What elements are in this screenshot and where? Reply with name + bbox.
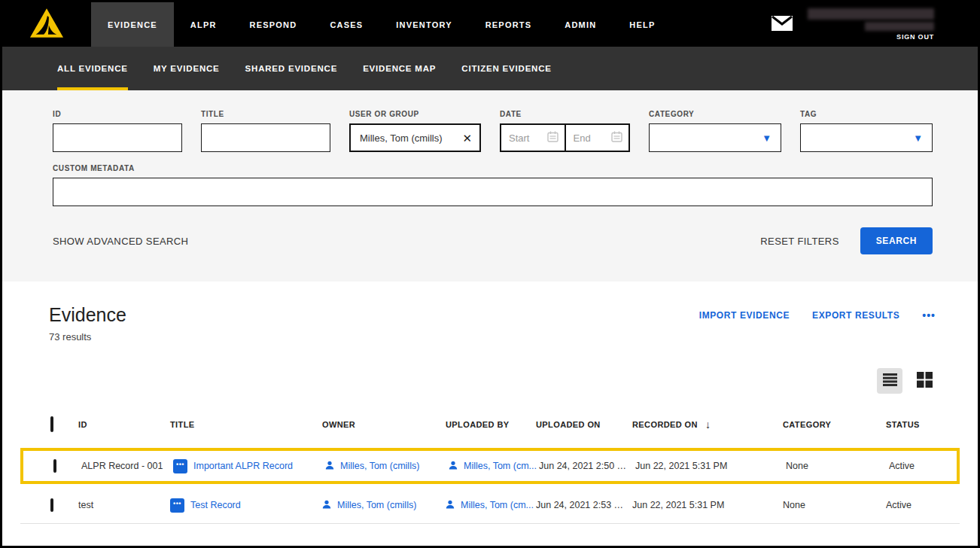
date-label: DATE — [500, 110, 630, 118]
import-evidence-link[interactable]: IMPORT EVIDENCE — [699, 310, 790, 321]
evidence-table: ID TITLE OWNER UPLOADED BY UPLOADED ON R… — [20, 412, 960, 524]
nav-item-cases[interactable]: CASES — [313, 2, 379, 47]
uploaded-by-link[interactable]: Milles, Tom (cm... — [464, 461, 537, 471]
title-label: TITLE — [201, 110, 330, 118]
person-icon — [449, 461, 458, 472]
nav-item-admin[interactable]: ADMIN — [548, 2, 613, 47]
search-button[interactable]: SEARCH — [860, 227, 933, 254]
cell-uploaded-by-link[interactable]: Milles, Tom (cm... — [446, 500, 536, 511]
list-view-icon — [883, 373, 897, 389]
user-or-group-value: Milles, Tom (cmills) — [360, 132, 443, 144]
user-or-group-input[interactable]: Milles, Tom (cmills) ✕ — [349, 123, 481, 152]
column-header-id[interactable]: ID — [78, 420, 170, 429]
cell-recorded-on: Jun 22, 2021 5:31 PM — [635, 461, 786, 471]
filter-field-user-or-group: USER OR GROUP Milles, Tom (cmills) ✕ — [349, 110, 481, 152]
nav-item-evidence[interactable]: EVIDENCE — [91, 2, 174, 47]
filter-field-tag: TAG ▼ — [800, 110, 933, 152]
result-count: 73 results — [49, 331, 126, 342]
evidence-title-link[interactable]: Test Record — [190, 500, 241, 510]
app-logo[interactable] — [2, 2, 91, 47]
nav-item-label: RESPOND — [250, 20, 297, 29]
cell-category: None — [783, 500, 886, 510]
column-header-owner[interactable]: OWNER — [322, 420, 446, 429]
nav-item-label: ADMIN — [565, 20, 596, 29]
tag-dropdown[interactable]: ▼ — [800, 123, 933, 152]
export-results-link[interactable]: EXPORT RESULTS — [812, 310, 899, 321]
table-header-row: ID TITLE OWNER UPLOADED BY UPLOADED ON R… — [20, 412, 960, 437]
date-start-input[interactable]: Start — [501, 125, 565, 151]
nav-item-label: EVIDENCE — [108, 20, 157, 29]
clear-user-filter-icon[interactable]: ✕ — [462, 132, 472, 144]
cell-status: Active — [889, 461, 957, 471]
chevron-down-icon: ▼ — [762, 133, 772, 143]
column-header-category[interactable]: CATEGORY — [783, 420, 886, 429]
subnav-item-label: ALL EVIDENCE — [57, 64, 128, 73]
envelope-icon — [772, 16, 793, 34]
user-or-group-label: USER OR GROUP — [349, 110, 481, 118]
evidence-sub-navigation: ALL EVIDENCE MY EVIDENCE SHARED EVIDENCE… — [2, 47, 978, 90]
filter-field-date: DATE Start End — [500, 110, 630, 152]
evidence-title-link[interactable]: Important ALPR Record — [193, 461, 293, 471]
category-label: CATEGORY — [649, 110, 781, 118]
nav-item-label: REPORTS — [485, 20, 532, 29]
axon-delta-logo-icon — [29, 8, 64, 41]
nav-item-label: CASES — [330, 20, 363, 29]
topnav-right-cluster: SIGN OUT — [772, 2, 978, 47]
person-icon — [446, 500, 455, 511]
calendar-icon[interactable] — [547, 131, 558, 145]
filter-field-title: TITLE — [201, 110, 330, 152]
column-header-recorded-on[interactable]: RECORDED ON ↓ — [632, 419, 783, 431]
cell-owner-link[interactable]: Milles, Tom (cmills) — [322, 500, 446, 511]
tag-label: TAG — [800, 110, 933, 118]
cell-title-link[interactable]: ••• Test Record — [170, 498, 322, 513]
column-header-uploaded-by[interactable]: UPLOADED BY — [446, 420, 536, 429]
table-row-alpr-record[interactable]: ALPR Record - 001 ••• Important ALPR Rec… — [20, 448, 960, 484]
table-row-test-record[interactable]: test ••• Test Record Milles, Tom (cmills… — [20, 487, 960, 524]
owner-link[interactable]: Milles, Tom (cmills) — [337, 500, 416, 510]
select-all-checkbox[interactable] — [50, 416, 53, 432]
nav-item-alpr[interactable]: ALPR — [174, 2, 233, 47]
messages-button[interactable] — [772, 16, 793, 34]
sign-out-link[interactable]: SIGN OUT — [896, 33, 934, 41]
more-options-icon[interactable]: ••• — [922, 310, 936, 321]
calendar-icon[interactable] — [611, 131, 622, 145]
custom-metadata-label: CUSTOM METADATA — [53, 164, 933, 172]
owner-link[interactable]: Milles, Tom (cmills) — [340, 461, 419, 471]
id-input[interactable] — [53, 123, 182, 152]
grid-view-button[interactable] — [912, 368, 937, 394]
show-advanced-search-link[interactable]: SHOW ADVANCED SEARCH — [53, 236, 188, 247]
cell-category: None — [786, 461, 889, 471]
uploaded-by-link[interactable]: Milles, Tom (cm... — [461, 500, 534, 510]
subnav-all-evidence[interactable]: ALL EVIDENCE — [57, 47, 128, 90]
sort-descending-icon[interactable]: ↓ — [705, 419, 711, 431]
subnav-item-label: CITIZEN EVIDENCE — [461, 64, 552, 73]
cell-title-link[interactable]: ••• Important ALPR Record — [173, 459, 325, 473]
page-title: Evidence — [49, 304, 126, 326]
subnav-my-evidence[interactable]: MY EVIDENCE — [154, 47, 220, 90]
search-filter-panel: ID TITLE USER OR GROUP Milles, Tom (cmil… — [2, 90, 978, 282]
title-input[interactable] — [201, 123, 330, 152]
date-end-input[interactable]: End — [565, 125, 629, 151]
nav-item-respond[interactable]: RESPOND — [233, 2, 314, 47]
row-checkbox[interactable] — [50, 498, 53, 512]
subnav-citizen-evidence[interactable]: CITIZEN EVIDENCE — [461, 47, 552, 90]
alpr-record-icon: ••• — [173, 459, 187, 473]
nav-item-inventory[interactable]: INVENTORY — [379, 2, 468, 47]
top-navigation: EVIDENCE ALPR RESPOND CASES INVENTORY RE… — [2, 2, 978, 47]
category-dropdown[interactable]: ▼ — [649, 123, 781, 152]
subnav-shared-evidence[interactable]: SHARED EVIDENCE — [245, 47, 338, 90]
column-header-uploaded-on[interactable]: UPLOADED ON — [536, 420, 632, 429]
cell-uploaded-on: Jun 24, 2021 2:50 PM — [539, 461, 635, 471]
cell-uploaded-by-link[interactable]: Milles, Tom (cm... — [449, 461, 539, 472]
list-view-button[interactable] — [877, 368, 902, 394]
subnav-item-label: EVIDENCE MAP — [363, 64, 436, 73]
row-checkbox[interactable] — [53, 459, 56, 473]
column-header-title[interactable]: TITLE — [170, 420, 322, 429]
column-header-status[interactable]: STATUS — [886, 420, 960, 429]
subnav-evidence-map[interactable]: EVIDENCE MAP — [363, 47, 436, 90]
nav-item-help[interactable]: HELP — [613, 2, 671, 47]
nav-item-reports[interactable]: REPORTS — [469, 2, 549, 47]
cell-owner-link[interactable]: Milles, Tom (cmills) — [325, 461, 449, 472]
reset-filters-link[interactable]: RESET FILTERS — [760, 236, 838, 247]
custom-metadata-input[interactable] — [53, 178, 933, 206]
